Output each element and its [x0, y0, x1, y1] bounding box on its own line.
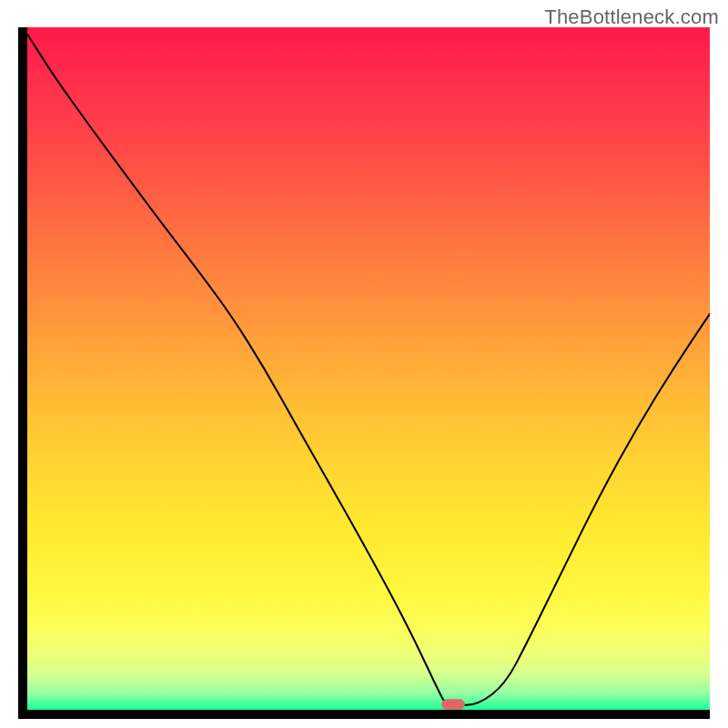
optimal-marker [442, 700, 465, 710]
plot-background [27, 27, 710, 710]
watermark-text: TheBottleneck.com [544, 5, 719, 29]
bottleneck-chart [0, 0, 728, 728]
